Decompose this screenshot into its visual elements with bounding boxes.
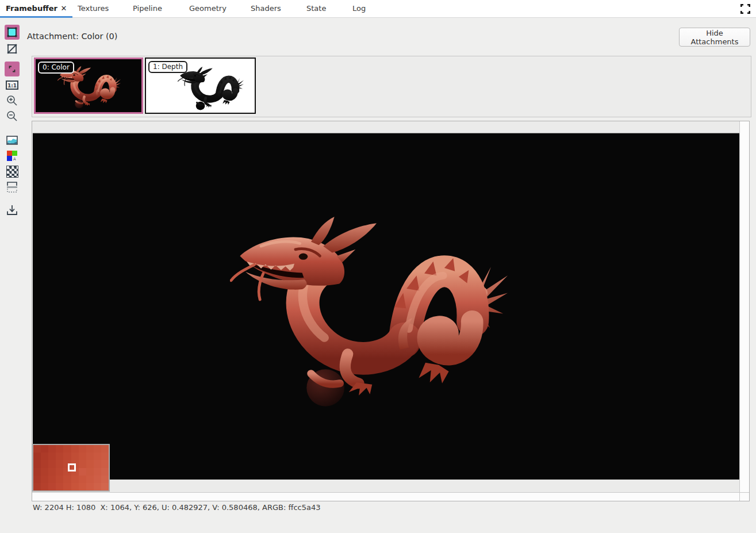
picked-pixel-marker: [68, 463, 76, 471]
dragon-render-image: [230, 217, 508, 413]
zoom-out-icon[interactable]: [5, 109, 20, 124]
magnifier-pixel: [101, 468, 109, 476]
magnifier-pixel: [79, 476, 86, 483]
attachment-thumb-color[interactable]: 0: Color: [34, 57, 143, 114]
save-image-icon[interactable]: [5, 202, 20, 217]
magnifier-pixel: [94, 453, 101, 460]
magnifier-pixel: [86, 483, 94, 490]
tab-state[interactable]: State: [306, 4, 326, 13]
attachment-thumbnail-strip: 0: Color 1: Depth: [32, 56, 751, 117]
magnifier-pixel: [86, 460, 94, 467]
tab-textures[interactable]: Textures: [78, 4, 109, 13]
magnifier-pixel: [56, 468, 63, 476]
magnifier-pixel: [48, 460, 56, 467]
magnifier-pixel: [86, 468, 94, 476]
magnifier-pixel: [56, 445, 63, 453]
magnifier-pixel: [86, 453, 94, 460]
vertical-scrollbar[interactable]: [739, 121, 749, 492]
magnifier-pixel: [101, 445, 109, 453]
magnifier-pixel: [63, 453, 71, 460]
magnifier-pixel: [56, 476, 63, 483]
magnifier-pixel: [94, 468, 101, 476]
zoom-actual-1-1-icon[interactable]: 1:1: [5, 78, 20, 93]
magnifier-pixel: [56, 483, 63, 490]
magnifier-pixel: [41, 453, 48, 460]
svg-text:A: A: [13, 157, 16, 162]
magnifier-pixel: [101, 453, 109, 460]
tab-framebuffer[interactable]: Framebuffer: [6, 4, 57, 13]
attachment-thumb-label: 1: Depth: [148, 61, 187, 73]
tab-close-icon[interactable]: ✕: [59, 3, 68, 14]
one-to-one-label: 1:1: [7, 83, 17, 89]
magnifier-pixel: [101, 460, 109, 467]
zoom-fit-icon[interactable]: [5, 62, 20, 76]
magnifier-pixel: [33, 468, 41, 476]
magnifier-pixel: [79, 468, 86, 476]
horizontal-scrollbar[interactable]: [32, 492, 740, 501]
magnifier-pixel: [79, 460, 86, 467]
tab-log[interactable]: Log: [352, 4, 366, 13]
magnifier-pixel: [33, 453, 41, 460]
magnifier-pixel: [79, 483, 86, 490]
attachment-title: Attachment: Color (0): [27, 32, 118, 41]
magnifier-pixel: [41, 476, 48, 483]
framebuffer-image-canvas[interactable]: [33, 133, 740, 480]
view-wireframe-icon[interactable]: [5, 41, 20, 56]
magnifier-pixel: [94, 445, 101, 453]
framebuffer-scroll-area: [32, 121, 750, 501]
magnifier-pixel: [94, 483, 101, 490]
magnifier-pixel: [94, 460, 101, 467]
magnifier-pixel: [48, 453, 56, 460]
magnifier-pixel: [56, 460, 63, 467]
magnifier-pixel: [71, 483, 79, 490]
magnifier-pixel: [41, 445, 48, 453]
tab-geometry[interactable]: Geometry: [189, 4, 227, 13]
hide-attachments-button[interactable]: Hide Attachments: [679, 28, 750, 47]
magnifier-pixel: [63, 483, 71, 490]
magnifier-pixel: [63, 445, 71, 453]
magnifier-pixel: [41, 483, 48, 490]
pixel-magnifier-overlay: [32, 444, 110, 492]
magnifier-pixel: [33, 483, 41, 490]
magnifier-pixel: [48, 476, 56, 483]
magnifier-pixel: [71, 476, 79, 483]
magnifier-pixel: [101, 476, 109, 483]
magnifier-pixel: [48, 483, 56, 490]
magnifier-pixel: [33, 460, 41, 467]
dragon-depth-thumbnail-art: [178, 67, 244, 112]
magnifier-pixel: [33, 476, 41, 483]
zoom-in-icon[interactable]: [5, 93, 20, 108]
magnifier-pixel: [71, 453, 79, 460]
channels-rgba-icon[interactable]: A: [5, 148, 20, 163]
attachment-thumb-depth[interactable]: 1: Depth: [145, 57, 256, 114]
tab-bar: Framebuffer ✕ Textures Pipeline Geometry…: [0, 0, 756, 18]
scrollbar-corner: [739, 492, 749, 501]
magnifier-pixel: [48, 468, 56, 476]
status-bar-readout: W: 2204 H: 1080 X: 1064, Y: 626, U: 0.48…: [33, 503, 320, 512]
magnifier-pixel: [94, 476, 101, 483]
magnifier-pixel: [56, 453, 63, 460]
view-texture-icon[interactable]: [5, 25, 20, 40]
magnifier-pixel: [33, 445, 41, 453]
magnifier-pixel: [86, 445, 94, 453]
alpha-checkerboard-icon[interactable]: [5, 164, 20, 179]
magnifier-pixel: [41, 460, 48, 467]
magnifier-pixel: [86, 476, 94, 483]
magnifier-pixel: [79, 453, 86, 460]
flip-vertical-icon[interactable]: [5, 179, 20, 194]
magnifier-pixel: [63, 476, 71, 483]
magnifier-pixel: [79, 445, 86, 453]
attachment-thumb-label: 0: Color: [38, 62, 74, 74]
active-tab-underline: [0, 16, 72, 18]
tab-shaders[interactable]: Shaders: [251, 4, 281, 13]
magnifier-pixel: [101, 483, 109, 490]
tab-pipeline[interactable]: Pipeline: [133, 4, 162, 13]
magnifier-pixel: [41, 468, 48, 476]
framebuffer-viewer-window: Framebuffer ✕ Textures Pipeline Geometry…: [0, 0, 756, 533]
magnifier-pixel: [48, 445, 56, 453]
magnifier-pixel: [71, 445, 79, 453]
fullscreen-corners-icon[interactable]: [740, 4, 750, 14]
histogram-icon[interactable]: [5, 133, 20, 148]
